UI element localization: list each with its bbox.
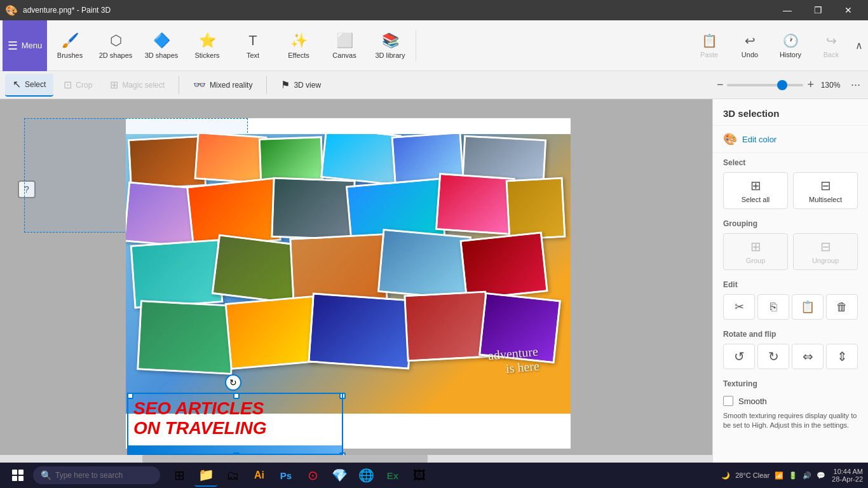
excel-button[interactable]: Ex bbox=[381, 464, 404, 487]
taskbar-search[interactable]: 🔍 bbox=[33, 466, 160, 484]
zoom-percent: 130% bbox=[818, 81, 843, 90]
gem-button[interactable]: 💎 bbox=[328, 464, 351, 487]
texturing-section-label: Texturing bbox=[713, 374, 868, 391]
window-controls: — ❐ ✕ bbox=[773, 0, 863, 20]
battery-icon: 🔋 bbox=[789, 471, 797, 480]
zoom-thumb bbox=[777, 80, 787, 90]
select-all-icon: ⊞ bbox=[750, 178, 761, 193]
group-button[interactable]: ⊞ Group bbox=[723, 233, 788, 270]
library-icon: 📚 bbox=[382, 32, 399, 49]
shapes2d-icon: ⬡ bbox=[110, 32, 122, 49]
more-options-icon[interactable]: ··· bbox=[848, 78, 863, 92]
toolbar-sep1 bbox=[416, 30, 416, 61]
search-input[interactable] bbox=[55, 471, 151, 480]
group-icon: ⊞ bbox=[750, 239, 761, 254]
panel-title: 3D selection bbox=[713, 99, 868, 126]
minimize-button[interactable]: — bbox=[773, 0, 802, 20]
right-panel: 3D selection 🎨 Edit color Select ⊞ Selec… bbox=[712, 99, 868, 463]
view3d-button[interactable]: ⚑ 3D view bbox=[273, 74, 329, 97]
h-scrollbar-thumb[interactable] bbox=[142, 455, 427, 463]
edit-color-button[interactable]: 🎨 Edit color bbox=[713, 126, 868, 153]
menu-button[interactable]: ☰ Menu bbox=[3, 20, 47, 71]
menu-icon: ☰ bbox=[8, 39, 18, 53]
canvas-area[interactable]: ? bbox=[0, 99, 712, 463]
paste-button[interactable]: 📋 Paste bbox=[690, 23, 728, 69]
paste-panel-icon: 📋 bbox=[801, 300, 815, 314]
select-all-button[interactable]: ⊞ Select all bbox=[723, 172, 788, 209]
text-button[interactable]: T Text bbox=[230, 23, 276, 69]
magic-select-button[interactable]: ⊞ Magic select bbox=[102, 74, 172, 97]
h-scrollbar[interactable] bbox=[0, 455, 712, 463]
ungroup-button[interactable]: ⊟ Ungroup bbox=[793, 233, 858, 270]
paint-button[interactable]: 🖼 bbox=[408, 464, 431, 487]
select-button[interactable]: ↖ Select bbox=[5, 74, 53, 97]
zoom-minus-icon[interactable]: − bbox=[717, 78, 724, 92]
back-button[interactable]: ↪ Back bbox=[812, 23, 850, 69]
brushes-button[interactable]: 🖌️ Brushes bbox=[47, 23, 93, 69]
illustrator-button[interactable]: Ai bbox=[248, 464, 271, 487]
collage-image: adventure is here bbox=[126, 134, 571, 414]
history-icon: 🕐 bbox=[783, 33, 799, 48]
shapes2d-button[interactable]: ⬡ 2D shapes bbox=[93, 23, 139, 69]
delete-button[interactable]: 🗑 bbox=[826, 294, 858, 320]
start-button[interactable] bbox=[5, 463, 31, 488]
crop-label: Crop bbox=[76, 81, 92, 90]
shapes3d-icon: 🔷 bbox=[153, 32, 170, 49]
select-section-label: Select bbox=[713, 153, 868, 170]
flip-horizontal-button[interactable]: ⇔ bbox=[792, 344, 824, 369]
history-button[interactable]: 🕐 History bbox=[771, 23, 810, 69]
multiselect-button[interactable]: ⊟ Multiselect bbox=[793, 172, 858, 209]
zoom-slider[interactable] bbox=[727, 84, 803, 86]
copy-button[interactable]: ⎘ bbox=[757, 294, 789, 320]
search-icon: 🔍 bbox=[41, 470, 51, 480]
explorer-button[interactable]: 📁 bbox=[194, 464, 217, 487]
select-cursor-icon: ↖ bbox=[13, 78, 21, 90]
taskview-button[interactable]: ⊞ bbox=[168, 464, 191, 487]
photoshop-button[interactable]: Ps bbox=[275, 464, 297, 487]
sel-sep2 bbox=[266, 76, 267, 94]
taskbar-system-icons: 🌙 28°C Clear 📶 🔋 🔊 💬 bbox=[721, 471, 825, 480]
flip-vertical-button[interactable]: ⇕ bbox=[826, 344, 858, 369]
taskbar: 🔍 ⊞ 📁 🗂 Ai Ps ⊙ 💎 🌐 Ex 🖼 🌙 28°C Clear 📶 … bbox=[0, 463, 868, 488]
zoom-control: − + 130% bbox=[717, 78, 843, 92]
stickers-button[interactable]: ⭐ Stickers bbox=[184, 23, 230, 69]
taskbar-apps: ⊞ 📁 🗂 Ai Ps ⊙ 💎 🌐 Ex 🖼 bbox=[168, 464, 431, 487]
rotate-top-handle[interactable]: ↻ bbox=[225, 374, 241, 391]
opera-button[interactable]: ⊙ bbox=[301, 464, 324, 487]
undo-button[interactable]: ↩ Undo bbox=[731, 23, 769, 69]
shapes3d-button[interactable]: 🔷 3D shapes bbox=[139, 23, 184, 69]
rotate-right-icon: ↻ bbox=[768, 349, 779, 364]
rotate-flip-section-label: Rotate and flip bbox=[713, 325, 868, 341]
multiselect-icon: ⊟ bbox=[820, 178, 831, 193]
crop-icon: ⊡ bbox=[64, 79, 72, 91]
mixed-reality-button[interactable]: 👓 Mixed reality bbox=[186, 74, 260, 97]
rotate-left-button[interactable]: ↺ bbox=[723, 344, 755, 369]
chrome-button[interactable]: 🌐 bbox=[355, 464, 377, 487]
back-label: Back bbox=[824, 51, 839, 58]
toolbar-expand-icon[interactable]: ∧ bbox=[853, 37, 865, 54]
close-button[interactable]: ✕ bbox=[834, 0, 863, 20]
cut-button[interactable]: ✂ bbox=[723, 294, 755, 320]
canvas-label: Canvas bbox=[332, 51, 356, 59]
crop-button[interactable]: ⊡ Crop bbox=[56, 74, 100, 97]
maximize-button[interactable]: ❐ bbox=[803, 0, 832, 20]
rotate-right-button[interactable]: ↻ bbox=[757, 344, 789, 369]
cut-icon: ✂ bbox=[735, 300, 744, 314]
group-label: Group bbox=[746, 257, 766, 264]
brushes-label: Brushes bbox=[57, 51, 83, 59]
edit-color-label: Edit color bbox=[742, 135, 776, 144]
zoom-plus-icon[interactable]: + bbox=[807, 78, 814, 92]
library-button[interactable]: 📚 3D library bbox=[367, 23, 413, 69]
multiselect-label: Multiselect bbox=[809, 196, 842, 203]
notification-icon[interactable]: 💬 bbox=[817, 471, 825, 480]
network-icon: 📶 bbox=[775, 471, 783, 480]
rotate-flip-buttons-row: ↺ ↻ ⇔ ⇕ bbox=[713, 341, 868, 374]
main-toolbar: ☰ Menu 🖌️ Brushes ⬡ 2D shapes 🔷 3D shape… bbox=[0, 20, 868, 71]
mixed-reality-icon: 👓 bbox=[193, 79, 206, 91]
effects-button[interactable]: ✨ Effects bbox=[276, 23, 322, 69]
smooth-checkbox[interactable] bbox=[723, 396, 733, 406]
file-manager-button[interactable]: 🗂 bbox=[221, 464, 244, 487]
select-toolbar: ↖ Select ⊡ Crop ⊞ Magic select 👓 Mixed r… bbox=[0, 71, 868, 99]
canvas-button[interactable]: ⬜ Canvas bbox=[322, 23, 367, 69]
paste-panel-button[interactable]: 📋 bbox=[792, 294, 824, 320]
